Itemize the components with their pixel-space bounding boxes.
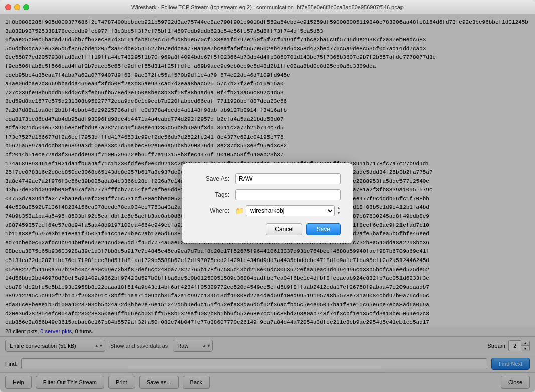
modal-save-button[interactable]: Save bbox=[306, 223, 341, 235]
folder-icon: 📁 bbox=[235, 207, 244, 215]
content-area: 1f8b0808285f905d000377686f2e74787400bcbd… bbox=[0, 14, 535, 392]
title-bar-buttons bbox=[5, 4, 29, 10]
where-wrapper: 📁 wiresharkobj ▲ ▼ bbox=[235, 205, 341, 216]
tags-label: Tags: bbox=[194, 191, 229, 198]
main-window: Wireshark · Follow TCP Stream (tcp.strea… bbox=[0, 0, 535, 392]
where-label: Where: bbox=[194, 207, 229, 214]
where-arrows: ▲ ▼ bbox=[337, 206, 341, 215]
maximize-window-button[interactable] bbox=[23, 4, 29, 10]
tags-row: Tags: bbox=[194, 189, 341, 200]
minimize-window-button[interactable] bbox=[14, 4, 20, 10]
where-row: Where: 📁 wiresharkobj ▲ ▼ bbox=[194, 205, 341, 216]
save-as-input[interactable] bbox=[235, 173, 341, 184]
modal-overlay: Save As: Tags: Where: 📁 wiresharkobj bbox=[0, 14, 535, 392]
modal-cancel-button[interactable]: Cancel bbox=[266, 223, 302, 235]
window-title: Wireshark · Follow TCP Stream (tcp.strea… bbox=[131, 4, 404, 10]
save-as-label: Save As: bbox=[194, 175, 229, 182]
where-down-arrow[interactable]: ▼ bbox=[337, 211, 341, 216]
close-window-button[interactable] bbox=[5, 4, 11, 10]
save-as-row: Save As: bbox=[194, 173, 341, 184]
where-select[interactable]: wiresharkobj bbox=[246, 205, 335, 216]
save-dialog: Save As: Tags: Where: 📁 wiresharkobj bbox=[182, 163, 353, 243]
tags-input[interactable] bbox=[235, 189, 341, 200]
modal-buttons: Cancel Save bbox=[194, 223, 341, 235]
where-up-arrow[interactable]: ▲ bbox=[337, 206, 341, 211]
title-bar: Wireshark · Follow TCP Stream (tcp.strea… bbox=[0, 0, 535, 14]
